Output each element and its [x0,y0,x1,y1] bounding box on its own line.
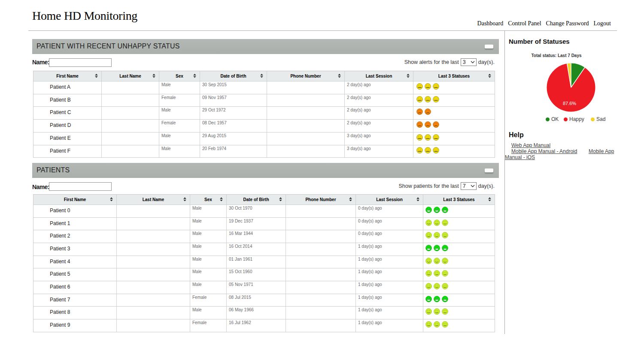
svg-text:87.6%: 87.6% [563,101,576,106]
